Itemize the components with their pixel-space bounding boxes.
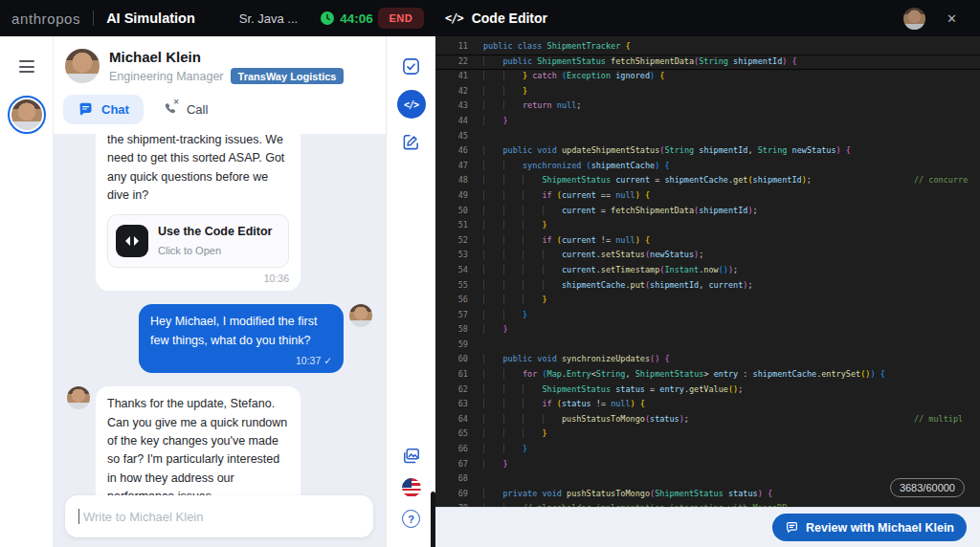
code-line[interactable]: 67 } [435, 457, 980, 472]
avatar [349, 304, 372, 327]
code-line[interactable]: 52 if (current != null) { [435, 233, 980, 249]
company-badge: TransWay Logistics [231, 68, 345, 84]
tab-call-label: Call [187, 102, 208, 117]
contacts-sidebar [0, 36, 54, 547]
message-row: the shipment-tracking issues. We need to… [67, 136, 372, 291]
line-number: 22 [435, 55, 468, 70]
line-number: 58 [435, 322, 468, 338]
top-bar-left: anthropos AI Simulation Sr. Java ... 44:… [0, 0, 435, 36]
review-button[interactable]: Review with Michael Klein [772, 514, 967, 541]
code-line[interactable]: 60 public void synchronizeUpdates() { [435, 352, 980, 367]
code-icon: </> [404, 99, 418, 110]
code-editor-title: Code Editor [472, 11, 547, 26]
code-line[interactable]: 43 return null; [435, 98, 980, 114]
code-line[interactable]: 64 pushStatusToMongo(status);// multipl [435, 412, 980, 427]
chat-panel: Michael Klein Engineering Manager TransW… [54, 36, 386, 547]
message-text: Hey Michael, I modified the first few th… [150, 313, 332, 350]
code-line[interactable]: 61 for (Map.Entry<String, ShipmentStatus… [435, 367, 980, 383]
code-line[interactable]: 65 } [435, 427, 980, 442]
sidebar-contact-michael[interactable] [8, 96, 46, 134]
contact-info: Michael Klein Engineering Manager TransW… [65, 49, 344, 84]
review-button-label: Review with Michael Klein [806, 521, 954, 535]
line-number: 44 [435, 114, 468, 129]
line-number: 42 [435, 84, 468, 99]
code-line[interactable]: 47 synchronized (shipmentCache) { [435, 159, 980, 174]
line-number: 62 [435, 383, 468, 398]
avatar [67, 386, 90, 409]
line-number: 46 [435, 143, 468, 159]
line-number: 47 [435, 159, 468, 174]
contact-name: Michael Klein [109, 49, 344, 65]
code-editor[interactable]: 11public class ShipmentTracker {22 publi… [435, 36, 980, 507]
code-line[interactable]: 57 } [435, 308, 980, 323]
card-title: Use the Code Editor [158, 223, 272, 241]
compose-icon[interactable] [402, 133, 420, 151]
tab-call[interactable]: ✕ Call [163, 101, 208, 118]
code-editor-tool-active[interactable]: </> [397, 90, 426, 119]
code-line[interactable]: 44 } [435, 114, 980, 129]
menu-icon[interactable] [19, 60, 34, 77]
code-line[interactable]: 53 current.setStatus(newStatus); [435, 248, 980, 263]
line-number: 60 [435, 352, 468, 367]
outgoing-message-bubble: Hey Michael, I modified the first few th… [139, 304, 344, 373]
code-editor-header: </> Code Editor ✕ [435, 0, 980, 36]
code-icon [116, 225, 148, 257]
card-subtitle: Click to Open [158, 243, 272, 259]
line-number: 66 [435, 442, 468, 457]
line-number: 45 [435, 129, 468, 144]
line-number: 54 [435, 263, 468, 278]
code-line[interactable]: 59 [435, 338, 980, 353]
code-line[interactable]: 49 if (current == null) { [435, 188, 980, 204]
message-row: Hey Michael, I modified the first few th… [67, 304, 372, 373]
avatar [11, 99, 42, 130]
open-code-editor-card[interactable]: Use the Code EditorClick to Open [107, 214, 289, 268]
end-session-button[interactable]: END [378, 8, 424, 29]
code-line[interactable]: 22 public ShipmentStatus fetchShipmentDa… [435, 55, 980, 70]
app-window: anthropos AI Simulation Sr. Java ... 44:… [0, 0, 980, 547]
code-line[interactable]: 62 ShipmentStatus status = entry.getValu… [435, 383, 980, 398]
code-line[interactable]: 11public class ShipmentTracker { [435, 39, 980, 55]
avatar[interactable] [903, 8, 925, 30]
language-flag-icon[interactable] [402, 478, 421, 497]
call-unavailable-icon: ✕ [173, 98, 179, 106]
line-number: 52 [435, 233, 468, 249]
code-line[interactable]: 48 ShipmentStatus current = shipmentCach… [435, 173, 980, 188]
top-bar: anthropos AI Simulation Sr. Java ... 44:… [0, 0, 980, 36]
line-number: 49 [435, 188, 468, 204]
avatar [65, 49, 100, 83]
tab-chat-label: Chat [101, 102, 129, 117]
line-number: 51 [435, 218, 468, 233]
code-line[interactable]: 41 } catch (Exception ignored) { [435, 69, 980, 84]
line-number: 11 [435, 39, 468, 55]
code-line[interactable]: 51 } [435, 218, 980, 233]
session-timer: 44:06 [321, 11, 373, 26]
app-title: AI Simulation [106, 11, 195, 26]
images-icon[interactable] [402, 447, 421, 466]
incoming-message-bubble: the shipment-tracking issues. We need to… [96, 134, 301, 291]
help-icon[interactable]: ? [402, 510, 420, 528]
code-line[interactable]: 58 } [435, 322, 980, 338]
code-line[interactable]: 55 shipmentCache.put(shipmentId, current… [435, 278, 980, 294]
code-icon: </> [445, 11, 463, 25]
timer-value: 44:06 [340, 11, 373, 26]
message-input[interactable] [81, 509, 360, 525]
message-list: the shipment-tracking issues. We need to… [54, 134, 386, 547]
close-icon[interactable]: ✕ [947, 11, 957, 26]
review-chat-icon [785, 520, 799, 535]
line-number: 61 [435, 367, 468, 383]
inline-comment: // concurre [914, 173, 968, 188]
tab-chat[interactable]: Chat [63, 95, 144, 124]
code-line[interactable]: 50 current = fetchShipmentData(shipmentI… [435, 204, 980, 219]
code-line[interactable]: 63 if (status != null) { [435, 397, 980, 412]
line-number: 41 [435, 69, 468, 84]
code-line[interactable]: 42 } [435, 84, 980, 99]
code-line[interactable]: 54 current.setTimestamp(Instant.now()); [435, 263, 980, 278]
code-line[interactable]: 56 } [435, 293, 980, 308]
tasks-icon[interactable] [402, 57, 420, 76]
code-line[interactable]: 46 public void updateShipmentStatus(Stri… [435, 143, 980, 159]
text-caret [78, 509, 79, 524]
contact-role: Engineering Manager [109, 70, 224, 83]
line-number: 43 [435, 98, 468, 114]
code-line[interactable]: 66 } [435, 442, 980, 457]
code-line[interactable]: 45 [435, 129, 980, 144]
